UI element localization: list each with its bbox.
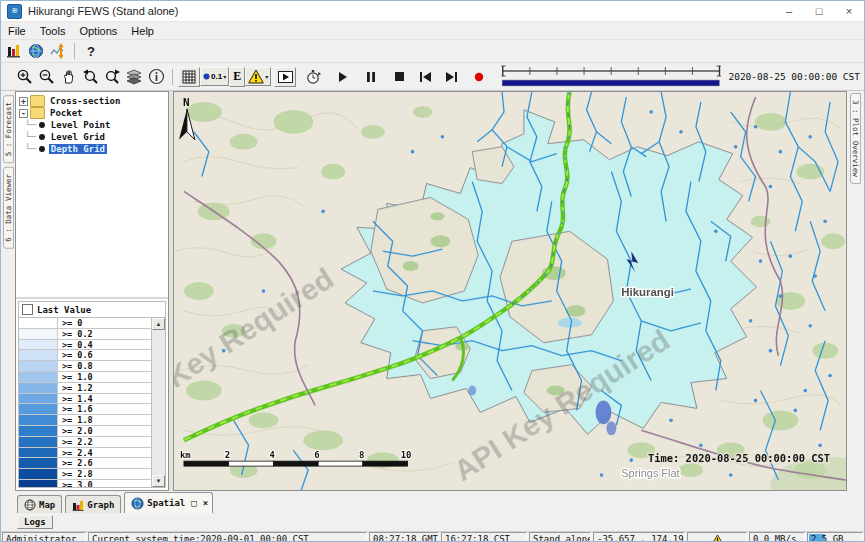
- zoom-previous-icon: [82, 68, 99, 85]
- tree-item-level-grid[interactable]: └─ Level Grid: [19, 131, 168, 143]
- animation-settings-button[interactable]: [302, 67, 324, 87]
- last-value-checkbox[interactable]: [22, 304, 33, 315]
- tab-map-label: Map: [39, 500, 55, 510]
- legend-row[interactable]: >= 2.2: [19, 437, 151, 448]
- legend-row[interactable]: >= 1.0: [19, 372, 151, 383]
- tab-plot-overview[interactable]: 3 : Plot Overview: [850, 93, 861, 184]
- toolbar-separator: [172, 69, 173, 85]
- status-warning[interactable]: [687, 532, 747, 542]
- legend-row[interactable]: >= 1.6: [19, 404, 151, 415]
- info-button[interactable]: [145, 67, 167, 87]
- expand-icon[interactable]: +: [19, 97, 28, 106]
- interval-dropdown[interactable]: 0.1 ▾: [200, 67, 229, 86]
- tree-item-cross-section[interactable]: + Cross-section: [19, 95, 168, 107]
- tree-item-pocket[interactable]: - Pocket: [19, 107, 168, 119]
- tab-graph[interactable]: Graph: [65, 495, 121, 513]
- north-label: N: [183, 96, 190, 109]
- maximize-button[interactable]: □: [804, 2, 834, 21]
- map-canvas[interactable]: API Key Required API Key Required Hikura…: [173, 91, 847, 491]
- zoom-next-button[interactable]: [101, 67, 123, 87]
- close-icon[interactable]: ×: [203, 498, 208, 508]
- timeline-slider[interactable]: [500, 64, 722, 90]
- map-display-button[interactable]: [25, 41, 47, 61]
- hand-icon: [60, 68, 77, 85]
- legend-row[interactable]: >= 2.0: [19, 426, 151, 437]
- menu-item-file[interactable]: File: [1, 24, 33, 38]
- tree-item-label: Depth Grid: [49, 144, 107, 154]
- database-button[interactable]: [3, 41, 25, 61]
- tab-forecast[interactable]: 5 : Forecast: [3, 95, 14, 163]
- legend-rows: >= 0 >= 0.2 >= 0.4 >= 0.6 >= 0.8 >= 1.0 …: [19, 318, 151, 487]
- zoom-in-button[interactable]: [13, 67, 35, 87]
- zoom-previous-button[interactable]: [79, 67, 101, 87]
- tree-item-level-point[interactable]: └─ Level Point: [19, 119, 168, 131]
- label-toggle-button[interactable]: E: [229, 67, 245, 87]
- step-forward-button[interactable]: [440, 67, 462, 87]
- legend-row[interactable]: >= 0.8: [19, 361, 151, 372]
- legend-row[interactable]: >= 3.0: [19, 480, 151, 487]
- menu-item-tools[interactable]: Tools: [33, 24, 73, 38]
- status-transfer-rate: 0.0 MB/s: [749, 532, 805, 542]
- status-mode: Stand alone: [529, 532, 591, 542]
- layers-icon: [126, 68, 143, 85]
- scroll-down-button[interactable]: ▼: [152, 475, 165, 487]
- globe-wire-icon: [24, 499, 36, 511]
- step-back-button[interactable]: [414, 67, 436, 87]
- menu-bar: File Tools Options Help: [1, 22, 864, 40]
- status-memory: 2.5 GB: [807, 532, 863, 542]
- timeline-date-label: 2020-08-25 00:00:00 CST: [728, 71, 860, 82]
- stop-button[interactable]: [388, 67, 410, 87]
- legend-row-label: >= 1.8: [58, 415, 93, 425]
- legend-row-label: >= 0.4: [58, 340, 93, 350]
- legend-row[interactable]: >= 0: [19, 318, 151, 329]
- tab-data-viewer[interactable]: 6 : Data Viewer: [3, 167, 14, 249]
- place-label-hikurangi: Hikurangi: [621, 286, 674, 298]
- record-button[interactable]: [468, 67, 490, 87]
- legend-row[interactable]: >= 0.2: [19, 329, 151, 340]
- zoom-out-button[interactable]: [35, 67, 57, 87]
- status-bar: Administrator Current system time:2020-0…: [1, 532, 864, 542]
- scroll-up-button[interactable]: ▲: [152, 318, 165, 330]
- grid-button[interactable]: [178, 67, 200, 87]
- legend-row[interactable]: >= 0.6: [19, 350, 151, 361]
- scale-tick-label: 10: [401, 450, 412, 460]
- scale-tick-label: 8: [359, 450, 364, 460]
- help-button[interactable]: ?: [80, 41, 102, 61]
- play-button[interactable]: [332, 67, 354, 87]
- app-logo-icon: ≋: [7, 4, 22, 19]
- pan-button[interactable]: [57, 67, 79, 87]
- legend-row[interactable]: >= 2.6: [19, 458, 151, 469]
- folder-icon: [30, 107, 45, 119]
- legend-color-swatch: [19, 361, 58, 371]
- legend-row-label: >= 0.8: [58, 361, 93, 371]
- filter-tree: + Cross-section - Pocket └─ Level Point …: [16, 92, 168, 299]
- legend-row-label: >= 3.0: [58, 480, 93, 487]
- timeseries-display-button[interactable]: [47, 41, 69, 61]
- scale-tick-label: 2: [225, 450, 230, 460]
- legend-row[interactable]: >= 1.4: [19, 394, 151, 405]
- legend-scrollbar[interactable]: ▲ ▼: [151, 318, 165, 487]
- globe-icon: [28, 43, 44, 59]
- legend-color-swatch: [19, 458, 58, 468]
- close-button[interactable]: ×: [834, 2, 864, 21]
- logs-button[interactable]: Logs: [17, 515, 53, 529]
- legend-row[interactable]: >= 1.8: [19, 415, 151, 426]
- restore-icon[interactable]: □: [191, 498, 196, 508]
- tab-map[interactable]: Map: [17, 495, 62, 513]
- legend-row[interactable]: >= 2.4: [19, 448, 151, 459]
- collapse-icon[interactable]: -: [19, 109, 28, 118]
- legend-row-label: >= 0.6: [58, 350, 93, 360]
- legend-row[interactable]: >= 0.4: [19, 340, 151, 351]
- warning-dropdown[interactable]: ▾: [245, 67, 271, 86]
- tab-spatial[interactable]: Spatial □ ×: [124, 492, 213, 513]
- legend-color-swatch: [19, 404, 58, 414]
- movie-player-button[interactable]: [274, 67, 296, 87]
- pause-button[interactable]: [360, 67, 382, 87]
- menu-item-help[interactable]: Help: [124, 24, 161, 38]
- legend-row[interactable]: >= 2.8: [19, 469, 151, 480]
- layers-button[interactable]: [123, 67, 145, 87]
- minimize-button[interactable]: –: [774, 2, 804, 21]
- legend-row[interactable]: >= 1.2: [19, 383, 151, 394]
- menu-item-options[interactable]: Options: [72, 24, 124, 38]
- tree-item-depth-grid[interactable]: └─ Depth Grid: [19, 143, 168, 155]
